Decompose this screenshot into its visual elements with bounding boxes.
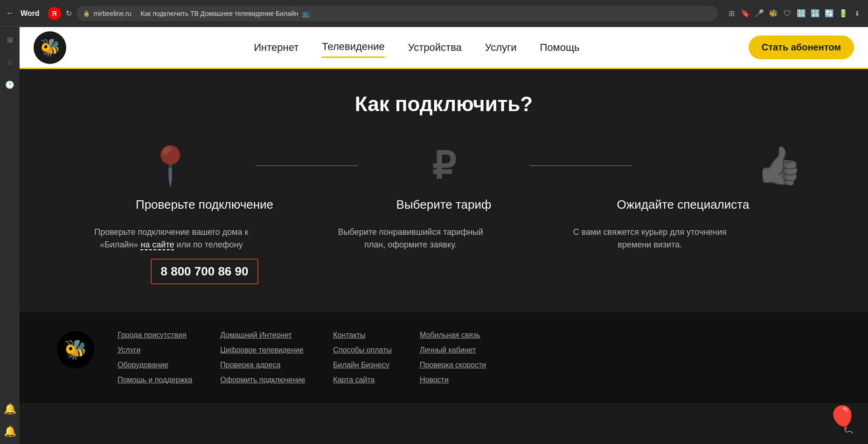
footer-link-equipment[interactable]: Оборудование (118, 361, 192, 369)
sidebar-history-icon[interactable]: 🕐 (3, 78, 17, 92)
footer-link-cabinet[interactable]: Личный кабинет (420, 346, 486, 354)
hero-title: Как подключить? (57, 92, 831, 116)
step1-title: Проверьте подключение (90, 197, 319, 213)
footer-col-4: Мобильная связь Личный кабинет Проверка … (420, 331, 486, 384)
browser-actions: ⊞ 🔖 🎤 🐝 🛡 🔢 🔣 🔄 🔋 ⬇ (726, 8, 862, 19)
address-domain: mirbeeline.ru (94, 10, 132, 17)
hero-section: Как подключить? 📍 ₽ 👍 (20, 69, 868, 312)
nav-help[interactable]: Помощь (540, 38, 580, 57)
mic-icon[interactable]: 🎤 (754, 8, 764, 19)
step2-icon: ₽ (432, 144, 456, 188)
sidebar-notification2-icon[interactable]: 🔔 (3, 424, 17, 438)
nav-services[interactable]: Услуги (485, 38, 517, 57)
step2-title: Выберите тариф (329, 197, 558, 213)
word-label: Word (21, 9, 40, 18)
step3-icon: 👍 (756, 144, 803, 188)
sidebar-star-icon[interactable]: ☆ (3, 55, 17, 69)
step3-desc: С вами свяжется курьер для уточнения вре… (568, 226, 731, 251)
step1-icon: 📍 (147, 144, 194, 188)
footer-link-internet[interactable]: Домашний Интернет (220, 331, 305, 339)
footer-columns: Города присутствия Услуги Оборудование П… (118, 331, 831, 384)
footer-link-contacts[interactable]: Контакты (333, 331, 392, 339)
ext1-icon[interactable]: 🔢 (796, 8, 806, 19)
footer-link-services[interactable]: Услуги (118, 346, 192, 354)
sidebar: ⊞ ☆ 🕐 🔔 🔔 (0, 27, 20, 444)
beeline-icon[interactable]: 🐝 (768, 8, 778, 19)
footer-link-speed[interactable]: Проверка скорости (420, 361, 486, 369)
logo[interactable]: 🐝 (34, 31, 66, 64)
footer-link-business[interactable]: Билайн Бизнесу (333, 361, 392, 369)
footer-link-sitemap[interactable]: Карта сайта (333, 376, 392, 384)
footer-col-1: Города присутствия Услуги Оборудование П… (118, 331, 192, 384)
ext2-icon[interactable]: 🔣 (810, 8, 820, 19)
sidebar-apps-icon[interactable]: ⊞ (3, 33, 17, 47)
step2-desc: Выберите понравившийся тарифный план, оф… (329, 226, 492, 251)
footer-col-2: Домашний Интернет Цифровое телевидение П… (220, 331, 305, 384)
footer-link-cities[interactable]: Города присутствия (118, 331, 192, 339)
footer-link-digital-tv[interactable]: Цифровое телевидение (220, 346, 305, 354)
step1-desc: Проверьте подключение вашего дома к «Бил… (90, 226, 253, 251)
navbar: 🐝 Интернет Телевидение Устройства Услуги… (20, 27, 868, 69)
back-button[interactable]: ← (6, 8, 14, 18)
balloon-corner-icon[interactable]: 🎈 (826, 404, 859, 435)
footer-col-3: Контакты Способы оплаты Билайн Бизнесу К… (333, 331, 392, 384)
download-icon[interactable]: ⬇ (852, 8, 862, 19)
address-separator (135, 10, 137, 17)
refresh-button[interactable]: ↻ (66, 9, 72, 18)
phone-number: 8 800 700 86 90 (161, 264, 249, 278)
nav-tv[interactable]: Телевидение (322, 37, 385, 58)
ext3-icon[interactable]: 🔄 (824, 8, 834, 19)
translate-icon[interactable]: ⊞ (726, 8, 736, 19)
nav-devices[interactable]: Устройства (408, 38, 462, 57)
logo-bee-icon: 🐝 (34, 31, 66, 64)
footer-link-news[interactable]: Новости (420, 376, 486, 384)
address-title: Как подключить ТВ Домашнее телевидение Б… (140, 10, 298, 17)
footer: 🐝 Города присутствия Услуги Оборудование… (20, 312, 868, 403)
footer-link-payment[interactable]: Способы оплаты (333, 346, 392, 354)
yandex-browser-icon[interactable]: Я (48, 7, 61, 20)
footer-link-connect[interactable]: Оформить подключение (220, 376, 305, 384)
address-bar[interactable]: 🔒 mirbeeline.ru Как подключить ТВ Домашн… (76, 6, 718, 21)
connector2 (529, 165, 632, 166)
sidebar-notification1-icon[interactable]: 🔔 (3, 402, 17, 416)
tv-icon: 📺 (302, 10, 310, 17)
footer-link-check-address[interactable]: Проверка адреса (220, 361, 305, 369)
nav-internet[interactable]: Интернет (254, 38, 299, 57)
browser-chrome: ← Word Я ↻ 🔒 mirbeeline.ru Как подключит… (0, 0, 868, 27)
footer-link-mobile[interactable]: Мобильная связь (420, 331, 486, 339)
footer-link-support[interactable]: Помощь и поддержка (118, 376, 192, 384)
adblock-icon[interactable]: 🛡 (782, 8, 792, 19)
on-site-link[interactable]: на сайте (140, 240, 174, 250)
step3-title: Ожидайте специалиста (568, 197, 798, 213)
footer-logo-bee-icon: 🐝 (57, 331, 94, 368)
phone-box[interactable]: 8 800 700 86 90 (151, 259, 259, 284)
battery-icon: 🔋 (838, 8, 848, 19)
cta-button[interactable]: Стать абонентом (749, 35, 854, 59)
nav-links: Интернет Телевидение Устройства Услуги П… (85, 37, 749, 58)
bookmark-icon[interactable]: 🔖 (740, 8, 750, 19)
lock-icon: 🔒 (83, 10, 90, 17)
connector1 (256, 165, 358, 166)
footer-logo: 🐝 (57, 331, 94, 368)
